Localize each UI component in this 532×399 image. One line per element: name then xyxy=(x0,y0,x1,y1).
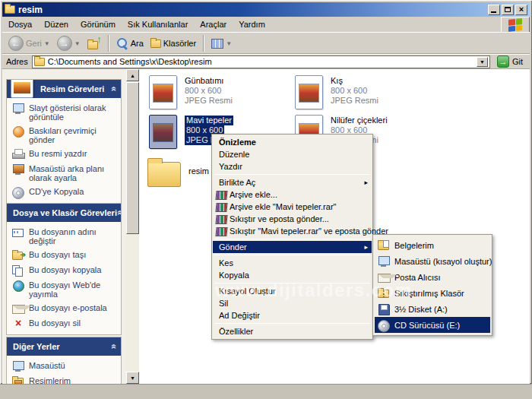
menu-item-sikistir-eposta[interactable]: Sıkıştır ve eposta gönder... xyxy=(213,213,372,225)
menu-sik-kullanilanlar[interactable]: Sık Kullanılanlar xyxy=(122,17,195,31)
task-delete-file[interactable]: ×Bu dosyayı sil xyxy=(12,318,118,329)
address-dropdown-button[interactable]: ▼ xyxy=(477,57,488,67)
scroll-up-button[interactable]: ▲ xyxy=(126,69,139,81)
menu-item-kopyala[interactable]: Kopyala xyxy=(213,269,372,281)
delete-icon: × xyxy=(12,318,24,329)
cd-drive-icon xyxy=(378,320,390,331)
task-pane-sidebar: Resim Görevleri » Slayt gösterisi olarak… xyxy=(2,69,126,384)
menu-yardim[interactable]: Yardım xyxy=(233,17,271,31)
submenu-item-disket[interactable]: 3½ Disket (A:) xyxy=(375,301,490,317)
task-copy-to-cd[interactable]: CD'ye Kopyala xyxy=(12,187,118,198)
menu-item-sil[interactable]: Sil xyxy=(213,297,372,309)
desktop-shortcut-icon xyxy=(378,256,390,267)
windows-flag-icon xyxy=(508,18,522,32)
submenu-item-belgelerim[interactable]: Belgelerim xyxy=(375,237,490,253)
jpeg-file-icon xyxy=(149,75,177,109)
panel-title: Resim Görevleri xyxy=(40,84,104,93)
folders-button[interactable]: Klasörler xyxy=(148,37,198,49)
submenu-item-cd-surucusu[interactable]: CD Sürücüsü (E:) xyxy=(375,317,490,333)
forward-button[interactable]: → ▼ xyxy=(55,34,83,52)
menu-gorunum[interactable]: Görünüm xyxy=(74,17,122,31)
submenu-arrow-icon: ▸ xyxy=(364,243,368,251)
zip-folder-icon xyxy=(378,288,390,299)
menu-item-ozellikler[interactable]: Özellikler xyxy=(213,325,372,337)
panel-header[interactable]: Resim Görevleri » xyxy=(7,80,121,98)
screenshot-root: resim × Dosya Düzen Görünüm Sık Kullanıl… xyxy=(0,0,532,399)
file-type: JPEG Resmi xyxy=(185,96,233,106)
window-folder-icon xyxy=(5,5,15,14)
menu-item-arsive-ekle[interactable]: Arşive ekle... xyxy=(213,188,372,201)
vertical-scrollbar[interactable]: ▲ ▼ xyxy=(126,69,139,384)
menu-item-duzenle[interactable]: Düzenle xyxy=(213,148,372,160)
panel-diger-yerler: Diğer Yerler » Masaüstü Resimlerim xyxy=(6,337,122,384)
up-button[interactable]: ↑ xyxy=(85,36,103,51)
menu-item-sikistir-rar-eposta[interactable]: Sıkıştır "Mavi tepeler.rar" ve eposta gö… xyxy=(213,225,372,237)
toolbar-separator xyxy=(203,35,204,52)
folders-label: Klasörler xyxy=(163,39,196,48)
file-name: Nilüfer çiçekleri xyxy=(331,116,388,125)
menu-separator xyxy=(214,283,370,283)
menu-item-gonder[interactable]: Gönder▸ xyxy=(213,241,372,253)
task-publish-web[interactable]: Bu dosyayı Web'de yayımla xyxy=(12,280,118,299)
file-kis[interactable]: Kış 800 x 600 JPEG Resmi xyxy=(295,75,378,109)
menu-separator xyxy=(214,239,370,239)
folder-resim[interactable]: resim xyxy=(147,154,209,188)
menu-item-arsive-ekle-rar[interactable]: Arşive ekle "Mavi tepeler.rar" xyxy=(213,201,372,213)
menu-bar: Dosya Düzen Görünüm Sık Kullanılanlar Ar… xyxy=(2,17,500,32)
task-move-file[interactable]: Bu dosyayı taşı xyxy=(12,250,118,261)
menu-dosya[interactable]: Dosya xyxy=(2,17,38,31)
winrar-icon xyxy=(215,203,227,212)
folders-icon xyxy=(150,40,161,48)
place-my-pictures[interactable]: Resimlerim xyxy=(12,376,118,384)
menu-item-kisayol-olustur[interactable]: Kısayol Oluştur xyxy=(213,285,372,297)
views-dropdown-icon[interactable]: ▼ xyxy=(226,40,232,47)
submenu-item-sikistirilmis-klasor[interactable]: Sıkıştırılmış Klasör xyxy=(375,285,490,301)
task-copy-file[interactable]: Bu dosyayı kopyala xyxy=(12,265,118,276)
address-label: Adres xyxy=(6,57,28,66)
close-button[interactable]: × xyxy=(515,5,527,15)
go-button[interactable]: → Git xyxy=(494,55,526,68)
back-button[interactable]: ← Geri ▼ xyxy=(6,34,52,52)
search-button[interactable]: Ara xyxy=(114,36,146,51)
menu-duzen[interactable]: Düzen xyxy=(38,17,74,31)
move-icon xyxy=(12,250,24,261)
go-arrow-icon: → xyxy=(497,55,509,68)
panel-header[interactable]: Diğer Yerler » xyxy=(7,337,121,356)
submenu-item-masaustu[interactable]: Masaüstü (kısayol oluştur) xyxy=(375,253,490,269)
back-dropdown-icon[interactable]: ▼ xyxy=(44,40,50,47)
scroll-down-button[interactable]: ▼ xyxy=(126,372,139,384)
menu-item-ad-degistir[interactable]: Ad Değiştir xyxy=(213,309,372,321)
minimize-button[interactable] xyxy=(488,5,500,15)
panel-title: Diğer Yerler xyxy=(13,342,60,351)
task-rename-file[interactable]: Bu dosyanın adını değiştir xyxy=(12,227,118,245)
menu-item-yazdir[interactable]: Yazdır xyxy=(213,160,372,173)
task-print-picture[interactable]: Bu resmi yazdır xyxy=(12,149,118,160)
address-input[interactable]: C:\Documents and Settings\x\Desktop\resi… xyxy=(32,55,490,68)
collapse-chevron-icon[interactable]: » xyxy=(114,211,121,216)
place-desktop[interactable]: Masaüstü xyxy=(12,361,118,372)
collapse-chevron-icon[interactable]: » xyxy=(109,344,119,350)
menu-araclar[interactable]: Araçlar xyxy=(194,17,233,31)
task-online-prints[interactable]: Baskıları çevrimiçi gönder xyxy=(12,126,118,144)
my-pictures-icon xyxy=(12,376,24,384)
collapse-chevron-icon[interactable]: » xyxy=(109,87,119,92)
file-gunbatimi[interactable]: Günbatımı 800 x 600 JPEG Resmi xyxy=(149,75,233,109)
my-documents-icon xyxy=(378,240,390,251)
task-slideshow[interactable]: Slayt gösterisi olarak görüntüle xyxy=(12,103,118,122)
title-bar[interactable]: resim × xyxy=(2,2,530,17)
scrollbar-thumb[interactable] xyxy=(126,82,139,234)
task-email-file[interactable]: Bu dosyayı e-postala xyxy=(12,303,118,314)
menu-separator xyxy=(214,174,370,175)
task-desktop-background[interactable]: Masaüstü arka planı olarak ayarla xyxy=(12,164,118,182)
panel-header[interactable]: Dosya ve Klasör Görevleri » xyxy=(7,204,121,222)
window-buttons: × xyxy=(488,5,527,15)
menu-item-onizleme[interactable]: Önizleme xyxy=(213,136,372,148)
online-prints-icon xyxy=(12,126,24,137)
file-name: Mavi tepeler xyxy=(185,116,233,125)
forward-dropdown-icon[interactable]: ▼ xyxy=(74,40,81,47)
views-button[interactable]: ▼ xyxy=(209,37,234,50)
menu-item-kes[interactable]: Kes xyxy=(213,257,372,269)
submenu-item-posta-alicisi[interactable]: Posta Alıcısı xyxy=(375,269,490,285)
menu-item-birlikte-ac[interactable]: Birlikte Aç▸ xyxy=(213,176,372,188)
maximize-button[interactable] xyxy=(502,5,514,15)
